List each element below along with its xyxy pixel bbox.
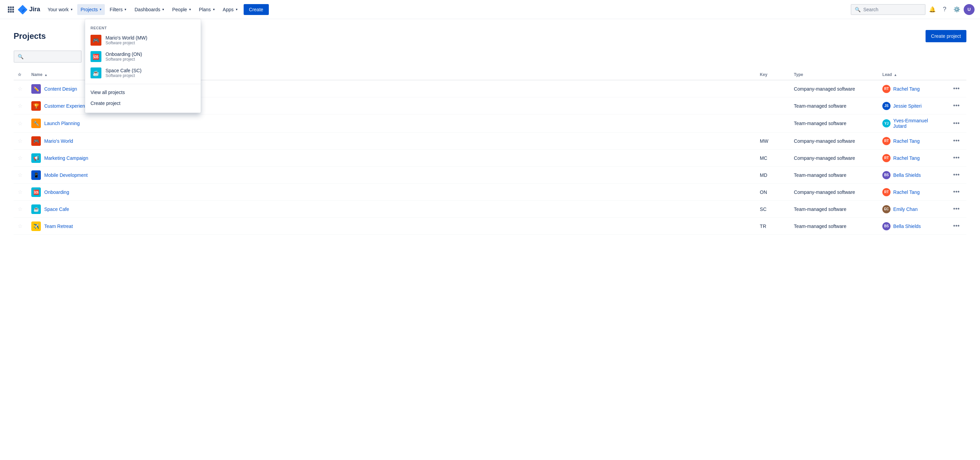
- nav-apps[interactable]: Apps ▾: [220, 4, 241, 15]
- more-options-button[interactable]: •••: [950, 84, 962, 94]
- lead-name-link[interactable]: Jessie Spiteri: [893, 103, 921, 109]
- star-icon[interactable]: ☆: [18, 155, 22, 161]
- project-icon: 📱: [31, 170, 41, 180]
- project-name-link[interactable]: Launch Planning: [44, 121, 80, 126]
- project-name-link[interactable]: Marketing Campaign: [44, 155, 88, 161]
- more-options-button[interactable]: •••: [950, 221, 962, 231]
- nav-your-work[interactable]: Your work ▾: [44, 4, 76, 15]
- more-cell: •••: [946, 150, 966, 167]
- project-name-link[interactable]: Onboarding: [44, 190, 69, 195]
- star-icon[interactable]: ☆: [18, 223, 22, 229]
- star-icon[interactable]: ☆: [18, 138, 22, 144]
- settings-button[interactable]: ⚙️: [951, 4, 962, 15]
- nav-plans[interactable]: Plans ▾: [196, 4, 218, 15]
- create-button[interactable]: Create: [243, 4, 269, 15]
- project-name-link[interactable]: Mobile Development: [44, 172, 88, 178]
- more-options-button[interactable]: •••: [950, 187, 962, 197]
- nav-dashboards[interactable]: Dashboards ▾: [131, 4, 167, 15]
- project-name-link[interactable]: Customer Experience: [44, 103, 90, 109]
- lead-name-link[interactable]: Rachel Tang: [893, 155, 920, 161]
- lead-avatar: JS: [882, 102, 891, 110]
- nav-people[interactable]: People ▾: [169, 4, 194, 15]
- grid-menu-icon[interactable]: [5, 4, 16, 15]
- star-cell: ☆: [14, 218, 27, 235]
- page-title: Projects: [14, 31, 46, 41]
- more-options-button[interactable]: •••: [950, 204, 962, 214]
- th-key: Key: [756, 70, 790, 80]
- view-all-projects-link[interactable]: View all projects: [85, 87, 201, 98]
- nav-projects[interactable]: Projects ▾: [77, 4, 105, 15]
- search-icon: 🔍: [18, 54, 24, 59]
- dropdown-item-name: Onboarding (ON): [105, 51, 142, 57]
- chevron-down-icon: ▾: [213, 8, 215, 11]
- name-cell: 🎮 Mario's World: [27, 133, 756, 150]
- lead-cell: JS Jessie Spiteri: [878, 97, 946, 115]
- project-name-link[interactable]: Space Cafe: [44, 206, 69, 212]
- top-navigation: Jira Your work ▾ Projects ▾ Filters ▾ Da…: [0, 0, 980, 19]
- lead-cell: BS Bella Shields: [878, 218, 946, 235]
- project-name-link[interactable]: Content Design: [44, 86, 77, 92]
- th-lead[interactable]: Lead ▲: [878, 70, 946, 80]
- lead-cell: RT Rachel Tang: [878, 150, 946, 167]
- dropdown-item-info: Space Cafe (SC) Software project: [105, 68, 142, 78]
- type-cell: Company-managed software: [790, 184, 878, 201]
- more-options-button[interactable]: •••: [950, 118, 962, 128]
- dropdown-item-sub: Software project: [105, 73, 142, 78]
- help-button[interactable]: ?: [939, 4, 950, 15]
- notifications-button[interactable]: 🔔: [927, 4, 938, 15]
- lead-name-link[interactable]: Yves-Emmanuel Jutard: [893, 118, 942, 129]
- star-icon[interactable]: ☆: [18, 121, 22, 126]
- lead-cell: BS Bella Shields: [878, 167, 946, 184]
- lead-name-link[interactable]: Rachel Tang: [893, 190, 920, 195]
- jira-logo[interactable]: Jira: [18, 5, 40, 14]
- project-icon: ✈️: [31, 222, 41, 231]
- star-icon[interactable]: ☆: [18, 206, 22, 212]
- global-search[interactable]: 🔍 Search: [851, 4, 926, 15]
- lead-name-link[interactable]: Bella Shields: [893, 224, 921, 229]
- dropdown-section-label: RECENT: [85, 23, 201, 32]
- table-row: ☆ 🔧 Launch Planning Team-managed softwar…: [14, 115, 966, 133]
- user-avatar[interactable]: U: [964, 4, 975, 15]
- project-name-link[interactable]: Team Retreat: [44, 224, 73, 229]
- more-cell: •••: [946, 167, 966, 184]
- lead-name-link[interactable]: Rachel Tang: [893, 138, 920, 144]
- lead-name-link[interactable]: Emily Chan: [893, 206, 918, 212]
- project-search-input[interactable]: [26, 54, 78, 59]
- star-icon[interactable]: ☆: [18, 172, 22, 178]
- dropdown-recent-item[interactable]: ☕ Space Cafe (SC) Software project: [85, 65, 201, 81]
- star-cell: ☆: [14, 80, 27, 97]
- svg-rect-8: [12, 11, 14, 13]
- more-options-button[interactable]: •••: [950, 153, 962, 163]
- lead-name-link[interactable]: Rachel Tang: [893, 86, 920, 92]
- dropdown-recent-item[interactable]: 🆘 Onboarding (ON) Software project: [85, 48, 201, 65]
- star-icon[interactable]: ☆: [18, 189, 22, 195]
- dropdown-recent-item[interactable]: 🎮 Mario's World (MW) Software project: [85, 32, 201, 48]
- sort-arrow-icon: ▲: [44, 73, 48, 77]
- th-type: Type: [790, 70, 878, 80]
- more-cell: •••: [946, 80, 966, 97]
- more-cell: •••: [946, 201, 966, 218]
- more-options-button[interactable]: •••: [950, 136, 962, 146]
- more-options-button[interactable]: •••: [950, 101, 962, 111]
- star-icon[interactable]: ☆: [18, 86, 22, 92]
- more-cell: •••: [946, 184, 966, 201]
- key-cell: TR: [756, 218, 790, 235]
- create-project-dropdown-link[interactable]: Create project: [85, 98, 201, 109]
- lead-avatar: RT: [882, 154, 891, 162]
- lead-name-link[interactable]: Bella Shields: [893, 172, 921, 178]
- lead-cell: YJ Yves-Emmanuel Jutard: [878, 115, 946, 133]
- key-cell: SC: [756, 201, 790, 218]
- project-name-link[interactable]: Mario's World: [44, 138, 73, 144]
- table-row: ☆ 📢 Marketing Campaign MC Company-manage…: [14, 150, 966, 167]
- star-cell: ☆: [14, 115, 27, 133]
- more-options-button[interactable]: •••: [950, 170, 962, 180]
- star-icon[interactable]: ☆: [18, 103, 22, 109]
- lead-cell: EC Emily Chan: [878, 201, 946, 218]
- name-cell: ☕ Space Cafe: [27, 201, 756, 218]
- nav-filters[interactable]: Filters ▾: [106, 4, 130, 15]
- create-project-button[interactable]: Create project: [926, 30, 966, 42]
- type-cell: Team-managed software: [790, 167, 878, 184]
- project-search-box[interactable]: 🔍: [14, 50, 82, 63]
- dropdown-item-sub: Software project: [105, 40, 147, 45]
- svg-rect-0: [8, 6, 10, 8]
